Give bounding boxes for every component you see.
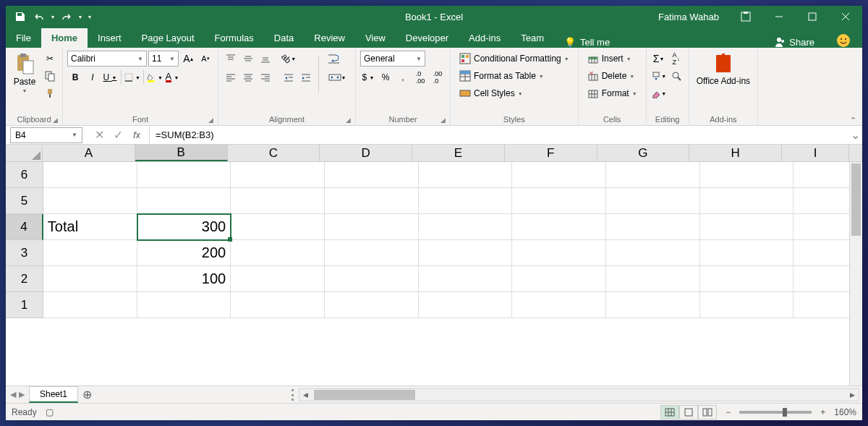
cell-F5[interactable]: [512, 188, 606, 214]
cell-D1[interactable]: [325, 292, 419, 318]
increase-decimal-button[interactable]: .0.00: [412, 69, 428, 85]
sheet-nav-next-icon[interactable]: ▶: [19, 390, 25, 399]
cell-C5[interactable]: [231, 188, 325, 214]
grid-body[interactable]: 654Total300320021001: [6, 162, 862, 385]
tab-formulas[interactable]: Formulas: [205, 28, 264, 48]
scroll-right-icon[interactable]: ▶: [846, 389, 859, 401]
cell-G1[interactable]: [606, 292, 700, 318]
orientation-button[interactable]: ab▼: [281, 51, 297, 67]
paste-button[interactable]: Paste ▼: [10, 51, 39, 95]
cancel-formula-button[interactable]: ✕: [90, 127, 109, 143]
fill-button[interactable]: ▼: [651, 68, 667, 84]
redo-icon[interactable]: [58, 8, 75, 25]
tab-review[interactable]: Review: [304, 28, 355, 48]
cell-F2[interactable]: [512, 266, 606, 292]
fill-color-button[interactable]: ▼: [147, 69, 163, 85]
tab-data[interactable]: Data: [264, 28, 304, 48]
cell-E6[interactable]: [419, 162, 513, 188]
tab-view[interactable]: View: [355, 28, 396, 48]
sheet-nav-prev-icon[interactable]: ◀: [10, 390, 16, 399]
maximize-button[interactable]: [796, 6, 829, 27]
merge-center-button[interactable]: ▼: [323, 69, 351, 85]
cell-D3[interactable]: [325, 240, 419, 266]
cell-D4[interactable]: [325, 214, 419, 240]
share-button[interactable]: Share: [763, 36, 825, 48]
align-right-button[interactable]: [258, 69, 273, 85]
cell-G3[interactable]: [606, 240, 700, 266]
dialog-launcher-icon[interactable]: ◢: [208, 116, 213, 124]
tab-developer[interactable]: Developer: [396, 28, 459, 48]
align-center-button[interactable]: [240, 69, 256, 85]
zoom-slider[interactable]: [739, 411, 812, 414]
number-format-combo[interactable]: General▼: [360, 51, 425, 67]
decrease-decimal-button[interactable]: .00.0: [430, 69, 446, 85]
horizontal-scrollbar[interactable]: ◀ ▶: [299, 388, 859, 401]
close-button[interactable]: [829, 6, 862, 27]
save-icon[interactable]: [12, 8, 29, 25]
cell-B2[interactable]: 100: [137, 266, 231, 292]
cell-B3[interactable]: 200: [137, 240, 231, 266]
cell-E5[interactable]: [419, 188, 513, 214]
increase-indent-button[interactable]: [298, 69, 314, 85]
column-header-E[interactable]: E: [412, 145, 505, 161]
cell-A6[interactable]: [43, 162, 137, 188]
zoom-level[interactable]: 160%: [834, 407, 856, 417]
copy-button[interactable]: [42, 68, 58, 84]
sheet-tab-sheet1[interactable]: Sheet1: [29, 386, 78, 403]
redo-dropdown-icon[interactable]: ▼: [77, 8, 84, 25]
comma-button[interactable]: ,: [395, 69, 411, 85]
feedback-smiley-icon[interactable]: [825, 33, 862, 48]
cell-G4[interactable]: [606, 214, 700, 240]
delete-cells-button[interactable]: Delete▼: [583, 68, 642, 84]
dialog-launcher-icon[interactable]: ◢: [53, 116, 58, 124]
clear-button[interactable]: ▼: [651, 85, 667, 101]
enter-formula-button[interactable]: ✓: [109, 127, 127, 143]
minimize-button[interactable]: [762, 6, 796, 27]
column-header-I[interactable]: I: [782, 145, 849, 161]
expand-formula-bar-button[interactable]: ⌄: [848, 128, 862, 142]
align-bottom-button[interactable]: [258, 51, 273, 67]
dialog-launcher-icon[interactable]: ◢: [346, 116, 351, 124]
macro-record-icon[interactable]: ▢: [46, 407, 54, 417]
column-header-D[interactable]: D: [320, 145, 412, 161]
office-addins-button[interactable]: Office Add-ins: [694, 51, 753, 88]
row-header-5[interactable]: 5: [6, 188, 43, 214]
new-sheet-button[interactable]: ⊕: [78, 386, 95, 404]
cell-A4[interactable]: Total: [43, 214, 137, 240]
cell-E3[interactable]: [419, 240, 513, 266]
cell-C1[interactable]: [231, 292, 325, 318]
percent-button[interactable]: %: [378, 69, 393, 85]
cell-B6[interactable]: [137, 162, 231, 188]
column-header-F[interactable]: F: [505, 145, 597, 161]
user-name[interactable]: Fatima Wahab: [648, 12, 729, 22]
cut-button[interactable]: ✂: [42, 51, 58, 67]
cell-A2[interactable]: [43, 266, 137, 292]
page-layout-view-button[interactable]: [679, 405, 698, 419]
select-all-button[interactable]: [6, 145, 43, 161]
cell-D5[interactable]: [325, 188, 419, 214]
cell-C4[interactable]: [231, 214, 325, 240]
cell-H2[interactable]: [700, 266, 794, 292]
row-header-3[interactable]: 3: [6, 240, 43, 266]
border-button[interactable]: ▼: [124, 69, 140, 85]
tab-team[interactable]: Team: [511, 28, 554, 48]
italic-button[interactable]: I: [85, 69, 101, 85]
cell-styles-button[interactable]: Cell Styles▼: [455, 85, 574, 101]
format-painter-button[interactable]: [42, 85, 58, 101]
insert-function-button[interactable]: fx: [127, 127, 146, 143]
cell-A5[interactable]: [43, 188, 137, 214]
cell-D6[interactable]: [325, 162, 419, 188]
cell-C2[interactable]: [231, 266, 325, 292]
vertical-scrollbar[interactable]: [849, 162, 862, 385]
align-left-button[interactable]: [223, 69, 239, 85]
decrease-font-button[interactable]: A▾: [197, 51, 213, 67]
find-select-button[interactable]: [668, 68, 684, 84]
cell-C3[interactable]: [231, 240, 325, 266]
column-header-B[interactable]: B: [135, 145, 228, 161]
row-header-1[interactable]: 1: [6, 292, 43, 318]
column-header-G[interactable]: G: [597, 145, 690, 161]
bold-button[interactable]: B: [67, 69, 83, 85]
dialog-launcher-icon[interactable]: ◢: [441, 116, 446, 124]
zoom-in-button[interactable]: +: [817, 407, 828, 417]
sort-filter-button[interactable]: AZ↓: [668, 51, 684, 67]
